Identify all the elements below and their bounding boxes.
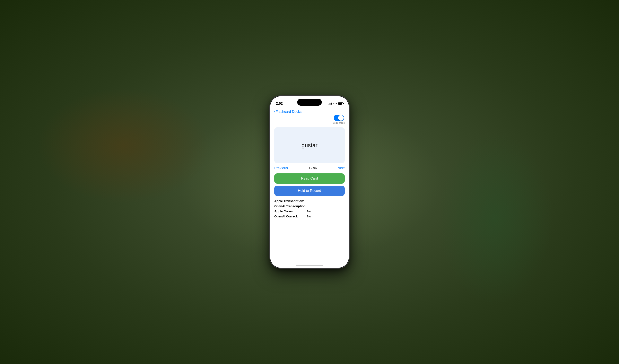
back-chevron-icon: ‹ <box>273 110 275 114</box>
openai-transcription-row: OpenAI Transcription: <box>274 204 345 208</box>
transcription-section: Apple Transcription: OpenAI Transcriptio… <box>274 199 345 257</box>
status-icons <box>328 102 343 105</box>
apple-transcription-row: Apple Transcription: <box>274 199 345 203</box>
nav-bar: ‹ Flashcard Decks <box>270 108 349 115</box>
openai-correct-row: OpenAI Correct: No <box>274 215 345 218</box>
read-card-button[interactable]: Read Card <box>274 173 345 184</box>
main-content: Voice Mode gustar Previous 1 / 96 Next R… <box>270 115 349 261</box>
openai-correct-label: OpenAI Correct: <box>274 215 307 218</box>
back-label: Flashcard Decks <box>276 110 302 114</box>
phone-wrapper: 2:52 <box>270 96 349 268</box>
phone-frame: 2:52 <box>270 96 349 268</box>
apple-correct-value: No <box>307 210 311 213</box>
voice-mode-toggle-container: Voice Mode <box>333 115 345 124</box>
voice-mode-label: Voice Mode <box>333 122 345 124</box>
pagination-counter: 1 / 96 <box>309 166 317 170</box>
home-indicator <box>270 261 349 268</box>
phone-screen: 2:52 <box>270 96 349 268</box>
dynamic-island <box>297 99 322 106</box>
flashcard-word: gustar <box>302 142 317 149</box>
voice-mode-toggle[interactable] <box>334 115 344 121</box>
flashcard[interactable]: gustar <box>274 127 345 163</box>
toggle-knob <box>338 115 344 121</box>
next-button[interactable]: Next <box>338 166 345 170</box>
battery-icon <box>338 102 343 105</box>
pagination-row: Previous 1 / 96 Next <box>274 166 345 170</box>
hold-to-record-button[interactable]: Hold to Record <box>274 186 345 196</box>
voice-mode-row: Voice Mode <box>274 115 345 124</box>
apple-transcription-label: Apple Transcription: <box>274 199 307 203</box>
signal-icon <box>328 103 332 105</box>
status-time: 2:52 <box>276 101 283 106</box>
wifi-icon <box>334 102 337 105</box>
previous-button[interactable]: Previous <box>274 166 288 170</box>
openai-transcription-label: OpenAI Transcription: <box>274 204 307 208</box>
apple-correct-label: Apple Correct: <box>274 210 307 213</box>
back-button[interactable]: ‹ Flashcard Decks <box>273 110 302 114</box>
openai-correct-value: No <box>307 215 311 218</box>
home-bar <box>296 265 323 266</box>
apple-correct-row: Apple Correct: No <box>274 210 345 213</box>
